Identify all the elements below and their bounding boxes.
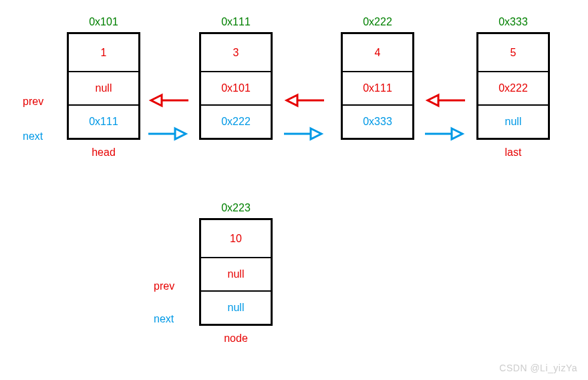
arrow-next-3 <box>424 126 465 142</box>
arrow-prev-3 <box>425 92 466 108</box>
arrow-prev-2 <box>284 92 325 108</box>
arrow-next-1 <box>147 126 188 142</box>
node-2-prev: 0x101 <box>201 71 271 104</box>
node-4-next: null <box>478 104 548 138</box>
node-4-address: 0x333 <box>476 16 550 28</box>
label-next: next <box>23 130 43 142</box>
node-4-value: 5 <box>478 34 548 71</box>
node-3-prev: 0x111 <box>343 71 412 104</box>
label-next-2: next <box>154 313 174 325</box>
node-5-next: null <box>201 290 271 324</box>
node-4-label: last <box>476 147 550 159</box>
watermark: CSDN @Li_yizYa <box>499 363 577 373</box>
node-2-address: 0x111 <box>199 16 273 28</box>
node-1-box: 1 null 0x111 <box>67 32 140 140</box>
node-3-next: 0x333 <box>343 104 412 138</box>
label-prev-2: prev <box>154 280 174 292</box>
label-prev: prev <box>23 96 43 108</box>
node-2-next: 0x222 <box>201 104 271 138</box>
node-5-label: node <box>199 332 273 345</box>
node-5-value: 10 <box>201 220 271 257</box>
node-5-prev: null <box>201 257 271 290</box>
node-1: 0x101 1 null 0x111 head <box>67 16 140 159</box>
node-3-box: 4 0x111 0x333 <box>341 32 414 140</box>
node-4: 0x333 5 0x222 null last <box>476 16 550 159</box>
node-1-label: head <box>67 147 140 159</box>
node-2-value: 3 <box>201 34 271 71</box>
node-2: 0x111 3 0x101 0x222 <box>199 16 273 140</box>
node-4-box: 5 0x222 null <box>476 32 550 140</box>
node-1-next: 0x111 <box>69 104 138 138</box>
node-5: 0x223 10 null null node <box>199 202 273 345</box>
node-1-prev: null <box>69 71 138 104</box>
node-3-address: 0x222 <box>341 16 414 28</box>
arrow-next-2 <box>283 126 324 142</box>
node-1-address: 0x101 <box>67 16 140 28</box>
node-2-box: 3 0x101 0x222 <box>199 32 273 140</box>
arrow-prev-1 <box>148 92 190 108</box>
node-3: 0x222 4 0x111 0x333 <box>341 16 414 140</box>
node-3-value: 4 <box>343 34 412 71</box>
node-5-address: 0x223 <box>199 202 273 214</box>
node-4-prev: 0x222 <box>478 71 548 104</box>
node-1-value: 1 <box>69 34 138 71</box>
node-5-box: 10 null null <box>199 218 273 326</box>
